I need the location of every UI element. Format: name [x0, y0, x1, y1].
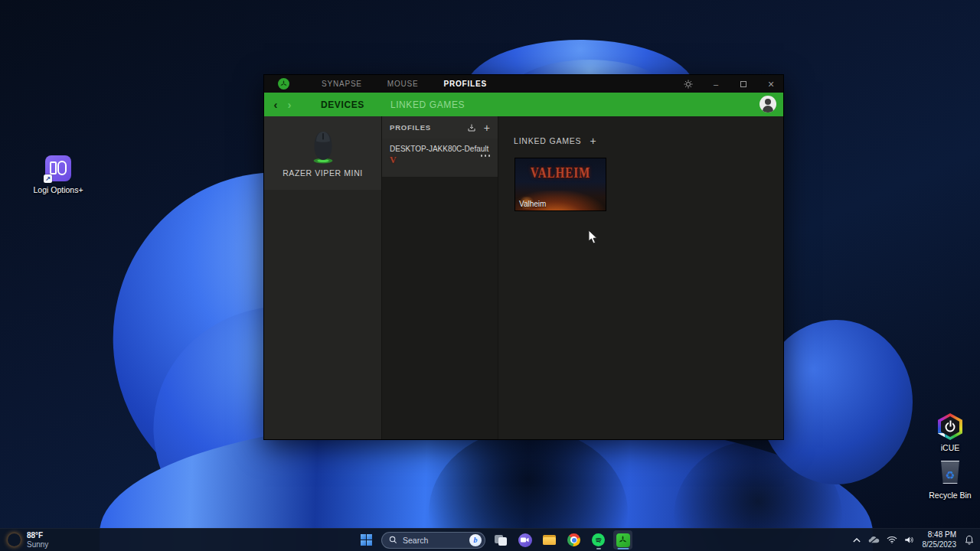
weather-temperature: 88°F	[27, 531, 48, 540]
valheim-mini-icon: V	[390, 155, 490, 165]
device-card-viper-mini[interactable]: RAZER VIPER MINI	[264, 116, 381, 190]
icue-icon: ↗	[936, 413, 964, 441]
desktop-icon-icue[interactable]: ↗ iCUE	[921, 413, 979, 453]
video-app-button[interactable]	[515, 530, 534, 549]
sun-icon	[8, 533, 21, 546]
recycle-bin-icon: ♻	[936, 461, 964, 488]
desktop-icon-label: Recycle Bin	[921, 491, 979, 500]
tab-mouse[interactable]: MOUSE	[387, 80, 419, 88]
tray-date: 8/25/2023	[923, 540, 957, 550]
shortcut-arrow-icon: ↗	[936, 433, 945, 442]
razer-synapse-window: SYNAPSE MOUSE PROFILES – × ‹ ›	[263, 74, 784, 440]
tab-profiles[interactable]: PROFILES	[444, 80, 487, 88]
task-view-icon	[495, 535, 507, 546]
shortcut-arrow-icon: ↗	[44, 174, 52, 183]
more-options-icon[interactable]	[481, 155, 491, 157]
chrome-icon	[567, 533, 580, 546]
add-profile-icon[interactable]: +	[484, 122, 490, 133]
maximize-icon[interactable]	[737, 78, 750, 90]
titlebar-tabs: SYNAPSE MOUSE PROFILES	[322, 80, 487, 88]
close-icon[interactable]: ×	[765, 78, 777, 90]
spotify-button[interactable]	[589, 530, 608, 549]
razer-synapse-button[interactable]	[613, 530, 632, 549]
razer-synapse-icon	[616, 533, 630, 547]
wifi-icon[interactable]	[886, 532, 898, 549]
folder-icon	[543, 535, 556, 545]
desktop-icon-label: Logi Options+	[29, 185, 87, 195]
mouse-image	[309, 129, 338, 165]
tray-time: 8:48 PM	[923, 530, 957, 540]
desktop: ↗ Logi Options+ ↗ iCUE ♻ Recycle Bin	[0, 0, 980, 551]
tab-linked-games[interactable]: LINKED GAMES	[390, 99, 465, 110]
minimize-icon[interactable]: –	[710, 78, 722, 90]
profiles-title: PROFILES	[390, 123, 459, 132]
devices-panel: RAZER VIPER MINI	[264, 116, 381, 439]
bing-icon: b	[469, 534, 482, 546]
notification-bell-icon[interactable]	[963, 532, 975, 549]
taskbar: 88°F Sunny Search b	[0, 528, 980, 551]
back-arrow-icon[interactable]: ‹	[269, 98, 283, 111]
task-view-button[interactable]	[491, 530, 510, 549]
game-label: Valheim	[519, 200, 546, 208]
video-camera-icon	[518, 533, 532, 547]
desktop-icon-label: iCUE	[921, 443, 979, 453]
windows-logo-icon	[361, 534, 373, 546]
linked-games-title: LINKED GAMES	[514, 136, 581, 145]
active-indicator	[617, 548, 629, 550]
weather-widget[interactable]: 88°F Sunny	[0, 531, 176, 549]
import-profile-icon[interactable]	[467, 123, 476, 132]
chrome-button[interactable]	[564, 530, 583, 549]
linked-games-panel: LINKED GAMES + VALHEIM Valheim	[498, 116, 783, 439]
mouse-cursor	[588, 230, 599, 248]
clock[interactable]: 8:48 PM 8/25/2023	[921, 530, 959, 549]
search-icon	[389, 536, 397, 544]
file-explorer-button[interactable]	[540, 530, 559, 549]
navbar-tabs: DEVICES LINKED GAMES	[321, 99, 465, 110]
profile-item[interactable]: DESKTOP-JAKK80C-Default V	[382, 139, 498, 177]
volume-icon[interactable]	[903, 532, 916, 549]
window-content: RAZER VIPER MINI PROFILES + DESKTOP-JAKK…	[264, 116, 783, 439]
search-box[interactable]: Search b	[381, 532, 485, 549]
window-controls: – ×	[682, 75, 777, 93]
window-navbar: ‹ › DEVICES LINKED GAMES	[264, 93, 783, 116]
logi-options-icon: ↗	[44, 155, 72, 183]
forward-arrow-icon[interactable]: ›	[283, 98, 296, 111]
weather-condition: Sunny	[27, 540, 48, 549]
spotify-icon	[592, 533, 605, 546]
user-avatar[interactable]	[760, 96, 776, 112]
add-linked-game-icon[interactable]: +	[590, 135, 596, 146]
profiles-header: PROFILES +	[382, 116, 498, 139]
razer-logo-icon	[278, 78, 289, 90]
game-art-title: VALHEIM	[515, 165, 606, 181]
onedrive-icon[interactable]	[868, 532, 880, 549]
tab-synapse[interactable]: SYNAPSE	[322, 80, 362, 88]
window-titlebar[interactable]: SYNAPSE MOUSE PROFILES – ×	[264, 75, 783, 93]
recycle-symbol-icon: ♻	[946, 469, 956, 481]
start-button[interactable]	[357, 530, 376, 549]
linked-games-header: LINKED GAMES +	[514, 135, 596, 146]
game-tile-valheim[interactable]: VALHEIM Valheim	[515, 158, 606, 210]
system-tray: 8:48 PM 8/25/2023	[851, 529, 976, 551]
desktop-icon-logi-options[interactable]: ↗ Logi Options+	[29, 155, 87, 195]
settings-gear-icon[interactable]	[682, 78, 694, 90]
tray-chevron-up-icon[interactable]	[851, 532, 863, 549]
taskbar-center: Search b	[357, 529, 632, 551]
device-name: RAZER VIPER MINI	[283, 168, 363, 178]
search-placeholder: Search	[403, 536, 469, 545]
desktop-icon-recycle-bin[interactable]: ♻ Recycle Bin	[921, 459, 979, 500]
profile-name: DESKTOP-JAKK80C-Default	[390, 145, 490, 153]
running-indicator	[596, 548, 601, 550]
tab-devices[interactable]: DEVICES	[321, 99, 364, 110]
profiles-panel: PROFILES + DESKTOP-JAKK80C-Default V	[381, 116, 498, 439]
